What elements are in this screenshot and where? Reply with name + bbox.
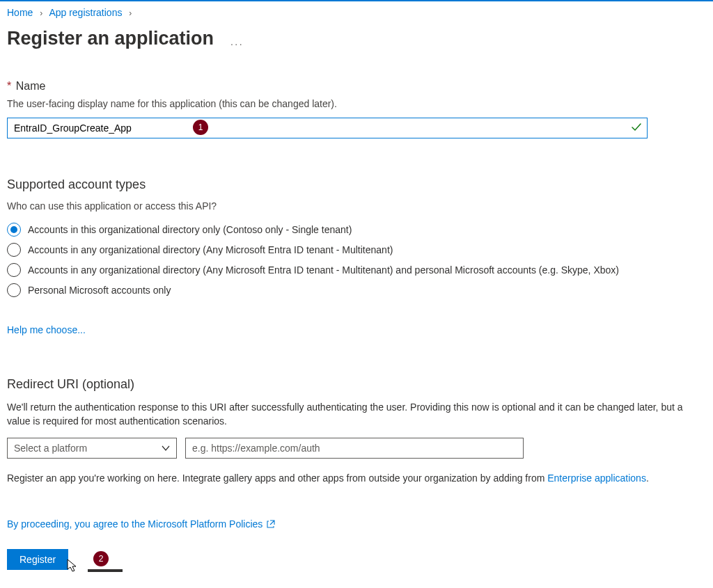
radio-label: Accounts in any organizational directory… xyxy=(28,263,619,277)
radio-option-0[interactable]: Accounts in this organizational director… xyxy=(7,223,706,237)
name-helper: The user-facing display name for this ap… xyxy=(7,98,706,109)
help-me-choose-link[interactable]: Help me choose... xyxy=(7,324,86,335)
radio-icon xyxy=(7,223,21,237)
more-menu-icon[interactable]: ··· xyxy=(230,38,244,49)
radio-option-3[interactable]: Personal Microsoft accounts only xyxy=(7,283,706,297)
radio-list: Accounts in this organizational director… xyxy=(7,223,706,297)
redirect-desc: We'll return the authentication response… xyxy=(7,400,689,428)
redirect-uri-input[interactable] xyxy=(185,438,524,459)
breadcrumb-home[interactable]: Home xyxy=(7,7,33,18)
name-input-wrapper: 1 xyxy=(7,118,648,138)
radio-option-1[interactable]: Accounts in any organizational directory… xyxy=(7,243,706,257)
redirect-row: Select a platform xyxy=(7,438,706,459)
breadcrumb-sep: › xyxy=(36,8,47,18)
redirect-heading: Redirect URI (optional) xyxy=(7,377,706,392)
radio-label: Accounts in this organizational director… xyxy=(28,223,352,237)
check-icon xyxy=(631,122,642,133)
radio-icon xyxy=(7,263,21,277)
external-link-icon xyxy=(267,520,275,528)
cursor-icon xyxy=(64,559,78,574)
breadcrumb-app-registrations[interactable]: App registrations xyxy=(49,7,122,18)
name-label: * Name xyxy=(7,80,706,93)
supported-sub: Who can use this application or access t… xyxy=(7,200,706,212)
bottom-note: Register an app you're working on here. … xyxy=(7,472,706,484)
register-row: Register 2 xyxy=(7,549,706,570)
enterprise-applications-link[interactable]: Enterprise applications xyxy=(547,472,646,484)
platform-select[interactable]: Select a platform xyxy=(7,438,177,459)
underline xyxy=(88,569,123,572)
breadcrumb-sep: › xyxy=(125,8,136,18)
page-title: Register an application xyxy=(7,28,214,49)
name-input[interactable] xyxy=(7,118,648,138)
radio-label: Accounts in any organizational directory… xyxy=(28,243,393,257)
radio-icon xyxy=(7,243,21,257)
bottom-note-post: . xyxy=(646,472,649,484)
policy-line[interactable]: By proceeding, you agree to the Microsof… xyxy=(7,518,706,530)
required-marker: * xyxy=(7,80,11,92)
radio-label: Personal Microsoft accounts only xyxy=(28,283,171,297)
supported-heading: Supported account types xyxy=(7,177,706,192)
policy-text: By proceeding, you agree to the Microsof… xyxy=(7,518,263,530)
name-label-text: Name xyxy=(16,80,46,92)
step-badge-1: 1 xyxy=(193,120,208,135)
chevron-down-icon xyxy=(161,443,171,453)
register-button[interactable]: Register xyxy=(7,549,68,570)
radio-option-2[interactable]: Accounts in any organizational directory… xyxy=(7,263,675,277)
bottom-note-pre: Register an app you're working on here. … xyxy=(7,472,547,484)
platform-select-value: Select a platform xyxy=(14,443,87,454)
breadcrumb: Home › App registrations › xyxy=(7,7,706,18)
radio-icon xyxy=(7,283,21,297)
step-badge-2: 2 xyxy=(93,551,109,566)
